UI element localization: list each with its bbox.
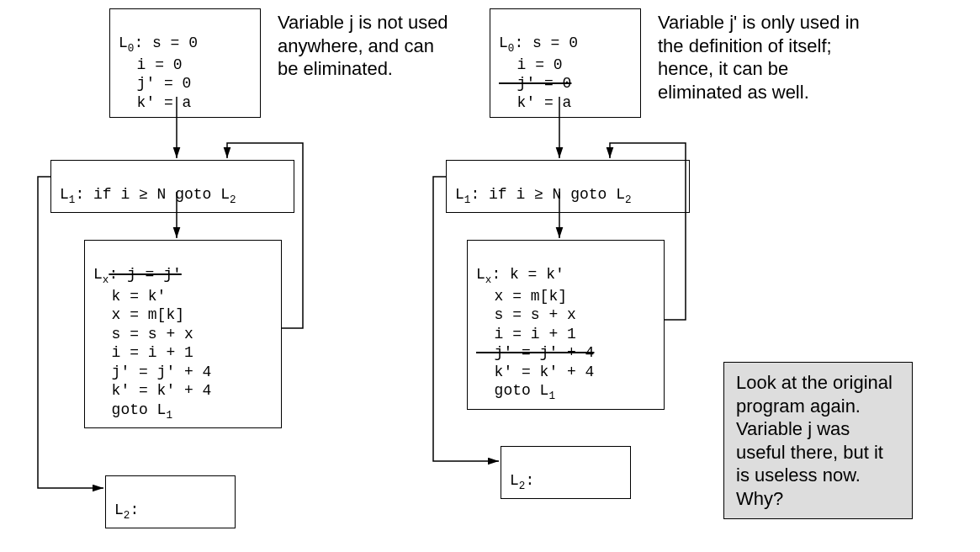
caption-left: Variable j is not used anywhere, and can… xyxy=(278,11,458,81)
block-right-L0: L0: s = 0 i = 0 j' = 0 k' = a xyxy=(490,8,641,118)
code-line: j' = 0 xyxy=(119,75,191,92)
block-left-L1: L1: if i ≥ N goto L2 xyxy=(50,160,294,213)
code-line: i = 0 xyxy=(119,56,183,73)
block-left-Lx: Lx: j = j' k = k' x = m[k] s = s + x i =… xyxy=(84,240,282,428)
label: L1 xyxy=(455,186,470,203)
code-line: k' = a xyxy=(119,94,191,111)
label: L2 xyxy=(114,502,130,518)
label: L1 xyxy=(60,186,75,203)
code-lines-end: k' = k' + 4 goto L xyxy=(476,364,594,400)
code-line-struck: j' = 0 xyxy=(499,75,571,92)
label: Lx xyxy=(93,266,109,283)
label: L0 xyxy=(119,34,134,51)
block-right-L1: L1: if i ≥ N goto L2 xyxy=(446,160,690,213)
note-box: Look at the original program again. Vari… xyxy=(723,362,913,519)
block-left-L0: L0: s = 0 i = 0 j' = 0 k' = a xyxy=(109,8,261,118)
code-line-struck: : j = j' xyxy=(109,266,181,283)
code-line-struck: j' = j' + 4 xyxy=(476,344,594,361)
block-right-Lx: Lx: k = k' x = m[k] s = s + x i = i + 1 … xyxy=(467,240,665,410)
block-left-L2: L2: xyxy=(105,475,236,528)
code-line: k' = a xyxy=(499,94,571,111)
label: L0 xyxy=(499,34,514,51)
code-lines: x = m[k] s = s + x i = i + 1 xyxy=(476,288,576,342)
label: L2 xyxy=(510,472,525,489)
code-line: i = 0 xyxy=(499,56,563,73)
caption-right: Variable j' is only used in the definiti… xyxy=(658,11,864,104)
block-right-L2: L2: xyxy=(501,446,631,499)
label: Lx xyxy=(476,266,491,283)
code-lines: k = k' x = m[k] s = s + x i = i + 1 j' =… xyxy=(93,288,211,418)
